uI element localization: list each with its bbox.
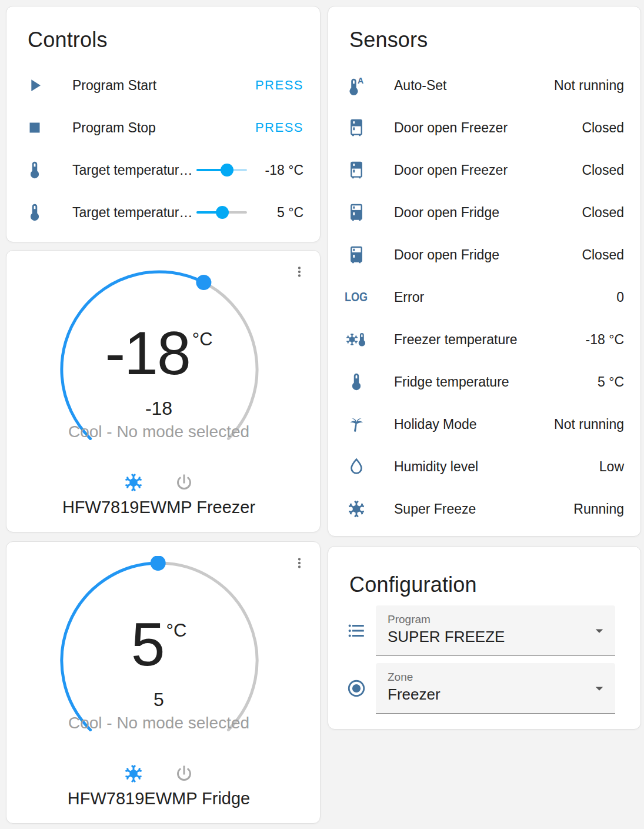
control-row-program-start: Program Start PRESS — [6, 64, 320, 106]
thermometer-icon — [23, 160, 46, 180]
sensor-row-super-freeze[interactable]: Super Freeze Running — [328, 488, 640, 530]
program-select[interactable]: Program SUPER FREEZE — [376, 605, 615, 656]
sensor-row-door-open-fridge-2[interactable]: Door open Fridge Closed — [328, 234, 640, 276]
entity-name: HFW7819EWMP Fridge — [6, 789, 311, 808]
program-start-press-button[interactable]: PRESS — [255, 78, 303, 93]
more-options-icon[interactable] — [291, 554, 308, 574]
temperature-unit: °C — [166, 621, 187, 640]
sensor-value: Closed — [582, 247, 624, 263]
sensor-label: Humidity level — [394, 459, 599, 475]
dial-knob[interactable] — [151, 556, 166, 571]
entity-name: HFW7819EWMP Freezer — [6, 498, 311, 517]
sensor-label: Auto-Set — [394, 78, 554, 94]
control-row-target-temperature-freezer: Target temperatur… -18 °C — [6, 149, 320, 191]
sensor-label: Door open Freezer — [394, 120, 582, 136]
control-row-target-temperature-fridge: Target temperatur… 5 °C — [6, 191, 320, 234]
control-label: Target temperatur… — [72, 205, 196, 221]
slider-knob[interactable] — [216, 206, 229, 219]
temperature-unit: °C — [192, 329, 213, 349]
chevron-down-icon[interactable] — [590, 680, 608, 697]
program-stop-press-button[interactable]: PRESS — [255, 120, 303, 135]
stop-icon — [23, 118, 46, 138]
sensor-label: Super Freeze — [394, 501, 573, 517]
slider-knob[interactable] — [221, 164, 233, 177]
power-off-icon[interactable] — [171, 470, 197, 495]
sensors-title: Sensors — [349, 28, 428, 52]
freezer-thermostat-card: -18 °C -18 Cool - No mode selected HFW78… — [6, 250, 321, 532]
fridge-bottom-icon — [345, 202, 368, 222]
sensor-value: -18 °C — [586, 332, 624, 348]
cool-mode-snowflake-icon[interactable] — [121, 761, 146, 787]
sensor-value: Low — [599, 459, 624, 475]
thermometer-icon — [23, 202, 46, 222]
sensor-label: Fridge temperature — [394, 374, 598, 390]
sensor-value: Closed — [582, 162, 624, 178]
configuration-card: Configuration Program SUPER FREEZE Zone … — [328, 546, 641, 730]
sensor-label: Freezer temperature — [394, 332, 586, 348]
controls-card: Controls Program Start PRESS Program Sto… — [6, 6, 321, 242]
sensor-value: Running — [573, 501, 624, 517]
target-temperature: 5 — [6, 689, 311, 711]
select-label: Program — [388, 613, 431, 626]
sensor-row-door-open-freezer-1[interactable]: Door open Freezer Closed — [328, 106, 640, 149]
sensors-card: Sensors Auto-Set Not running Door open F… — [328, 6, 641, 537]
thermometer-icon — [345, 372, 368, 392]
control-label: Program Stop — [72, 120, 255, 136]
sensor-row-auto-set[interactable]: Auto-Set Not running — [328, 64, 640, 106]
fridge-bottom-icon — [345, 245, 368, 265]
current-temperature: 5 — [131, 611, 164, 677]
config-row-zone: Zone Freezer — [328, 663, 640, 714]
snowflake-icon — [345, 499, 368, 519]
select-label: Zone — [388, 671, 413, 684]
select-value: SUPER FREEZE — [388, 628, 505, 646]
sensor-label: Holiday Mode — [394, 417, 554, 432]
current-temperature: -18 — [105, 320, 189, 386]
sensor-value: Closed — [582, 205, 624, 221]
select-value: Freezer — [388, 685, 441, 704]
log-icon: LOG — [345, 291, 368, 304]
slider-value: -18 °C — [258, 162, 303, 178]
sensor-value: 5 °C — [598, 374, 624, 390]
fridge-thermostat-card: 5 °C 5 Cool - No mode selected HFW7819EW… — [6, 541, 321, 824]
sensor-row-error[interactable]: LOG Error 0 — [328, 276, 640, 318]
sensor-row-fridge-temperature[interactable]: Fridge temperature 5 °C — [328, 361, 640, 403]
config-row-program: Program SUPER FREEZE — [328, 605, 640, 656]
fridge-top-icon — [345, 118, 368, 138]
palm-tree-icon — [345, 414, 368, 434]
cool-mode-snowflake-icon[interactable] — [121, 470, 146, 495]
configuration-title: Configuration — [349, 572, 477, 597]
sensor-row-humidity-level[interactable]: Humidity level Low — [328, 445, 640, 488]
sensor-label: Door open Freezer — [394, 162, 582, 178]
target-temperature-fridge-slider[interactable] — [196, 206, 247, 219]
dial-knob[interactable] — [196, 275, 211, 290]
controls-title: Controls — [28, 28, 108, 52]
control-label: Program Start — [72, 78, 255, 94]
control-row-program-stop: Program Stop PRESS — [6, 106, 320, 149]
hvac-status: Cool - No mode selected — [6, 422, 311, 441]
sensor-row-door-open-fridge-1[interactable]: Door open Fridge Closed — [328, 191, 640, 234]
sensor-label: Error — [394, 289, 616, 305]
more-options-icon[interactable] — [291, 262, 308, 282]
snowflake-thermometer-icon — [345, 329, 368, 349]
fridge-top-icon — [345, 160, 368, 180]
sensor-value: 0 — [616, 289, 624, 305]
sensor-row-holiday-mode[interactable]: Holiday Mode Not running — [328, 403, 640, 445]
water-drop-icon — [345, 457, 368, 477]
target-temperature: -18 — [6, 398, 311, 420]
sensor-row-door-open-freezer-2[interactable]: Door open Freezer Closed — [328, 149, 640, 191]
slider-value: 5 °C — [258, 205, 303, 221]
control-label: Target temperatur… — [72, 162, 196, 178]
sensor-label: Door open Fridge — [394, 205, 582, 221]
hvac-status: Cool - No mode selected — [6, 714, 311, 733]
sensor-value: Not running — [554, 417, 624, 432]
sensor-value: Not running — [554, 78, 624, 94]
sensor-row-freezer-temperature[interactable]: Freezer temperature -18 °C — [328, 318, 640, 361]
power-off-icon[interactable] — [171, 761, 197, 787]
zone-select[interactable]: Zone Freezer — [376, 663, 615, 714]
format-list-bulleted-icon — [345, 621, 368, 641]
chevron-down-icon[interactable] — [590, 622, 608, 640]
play-icon — [23, 75, 46, 95]
sensor-value: Closed — [582, 120, 624, 136]
target-temperature-freezer-slider[interactable] — [196, 164, 247, 177]
radiobox-marked-icon — [345, 678, 368, 698]
